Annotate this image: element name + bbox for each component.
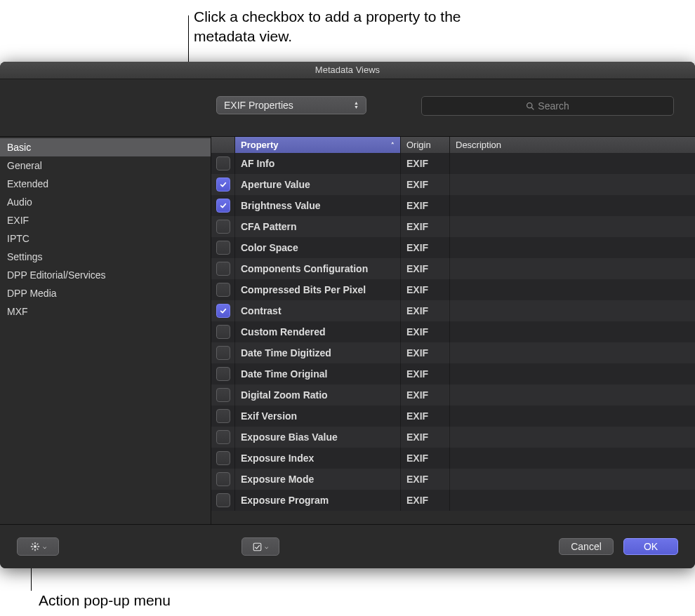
property-checkbox[interactable]: [216, 493, 230, 507]
property-origin: EXIF: [401, 237, 450, 258]
svg-line-8: [37, 549, 38, 550]
property-checkbox[interactable]: [216, 430, 230, 444]
property-name: Date Time Original: [235, 363, 401, 384]
property-origin: EXIF: [401, 174, 450, 195]
table-row[interactable]: ContrastEXIF: [211, 300, 695, 321]
table-row[interactable]: Custom RenderedEXIF: [211, 321, 695, 342]
sidebar-item[interactable]: Extended: [0, 175, 211, 193]
table-row[interactable]: Color SpaceEXIF: [211, 237, 695, 258]
table-row[interactable]: Exposure Bias ValueEXIF: [211, 427, 695, 448]
sidebar: BasicGeneralExtendedAudioEXIFIPTCSetting…: [0, 137, 211, 525]
property-name: Exposure Mode: [235, 469, 401, 490]
table-row[interactable]: Exposure IndexEXIF: [211, 448, 695, 469]
table-row[interactable]: AF InfoEXIF: [211, 153, 695, 174]
content-area: BasicGeneralExtendedAudioEXIFIPTCSetting…: [0, 136, 695, 525]
header-property[interactable]: Property ˄: [235, 137, 401, 153]
property-origin: EXIF: [401, 490, 450, 511]
property-checkbox[interactable]: [216, 283, 230, 297]
sidebar-item[interactable]: Basic: [0, 138, 211, 156]
property-checkbox[interactable]: [216, 304, 230, 318]
table-row[interactable]: Compressed Bits Per PixelEXIF: [211, 279, 695, 300]
table-row[interactable]: Exif VersionEXIF: [211, 406, 695, 427]
property-checkbox[interactable]: [216, 388, 230, 402]
property-checkbox[interactable]: [216, 262, 230, 276]
checkbox-cell: [211, 448, 235, 469]
table-row[interactable]: Digital Zoom RatioEXIF: [211, 384, 695, 406]
property-description: [450, 384, 695, 406]
property-description: [450, 406, 695, 427]
property-checkbox[interactable]: [216, 472, 230, 486]
sidebar-item[interactable]: MXF: [0, 302, 211, 321]
header-description[interactable]: Description: [450, 137, 695, 153]
checkbox-cell: [211, 342, 235, 363]
category-popup[interactable]: EXIF Properties ▲▼: [216, 96, 366, 114]
search-input[interactable]: Search: [421, 96, 674, 116]
table-row[interactable]: Date Time OriginalEXIF: [211, 363, 695, 384]
property-checkbox[interactable]: [216, 346, 230, 360]
table-row[interactable]: Exposure ModeEXIF: [211, 469, 695, 490]
svg-rect-11: [253, 543, 261, 551]
search-icon: [526, 102, 535, 111]
callout-text: Action pop-up menu: [39, 592, 171, 608]
sidebar-item[interactable]: DPP Editorial/Services: [0, 266, 211, 284]
property-description: [450, 321, 695, 342]
sidebar-item[interactable]: IPTC: [0, 229, 211, 248]
property-description: [450, 153, 695, 174]
property-checkbox[interactable]: [216, 220, 230, 234]
property-name: Exif Version: [235, 406, 401, 427]
header-origin[interactable]: Origin: [401, 137, 450, 153]
ok-button[interactable]: OK: [623, 538, 678, 555]
property-description: [450, 258, 695, 279]
property-description: [450, 469, 695, 490]
property-description: [450, 363, 695, 384]
callout-action-menu: Action pop-up menu: [39, 591, 171, 610]
property-name: AF Info: [235, 153, 401, 174]
property-description: [450, 427, 695, 448]
property-checkbox[interactable]: [216, 178, 230, 192]
property-name: Color Space: [235, 237, 401, 258]
property-origin: EXIF: [401, 427, 450, 448]
window-title: Metadata Views: [315, 65, 380, 75]
property-name: Exposure Program: [235, 490, 401, 511]
sidebar-item[interactable]: Settings: [0, 248, 211, 266]
property-checkbox[interactable]: [216, 367, 230, 381]
checkbox-cell: [211, 406, 235, 427]
property-origin: EXIF: [401, 406, 450, 427]
property-checkbox[interactable]: [216, 325, 230, 339]
table-row[interactable]: Aperture ValueEXIF: [211, 174, 695, 195]
metadata-views-window: Metadata Views EXIF Properties ▲▼ Search…: [0, 62, 695, 568]
table-row[interactable]: Brightness ValueEXIF: [211, 195, 695, 216]
sidebar-item[interactable]: General: [0, 156, 211, 175]
property-origin: EXIF: [401, 216, 450, 237]
search-placeholder: Search: [538, 100, 569, 112]
selection-popup-menu[interactable]: ⌵: [241, 537, 279, 556]
cancel-button[interactable]: Cancel: [559, 538, 614, 555]
property-name: Digital Zoom Ratio: [235, 384, 401, 406]
property-checkbox[interactable]: [216, 451, 230, 465]
property-description: [450, 174, 695, 195]
property-name: Aperture Value: [235, 174, 401, 195]
property-origin: EXIF: [401, 469, 450, 490]
sidebar-item[interactable]: EXIF: [0, 211, 211, 229]
header-description-label: Description: [456, 140, 501, 150]
property-checkbox[interactable]: [216, 156, 230, 170]
checkbox-cell: [211, 469, 235, 490]
category-popup-label: EXIF Properties: [224, 100, 293, 111]
sidebar-item[interactable]: DPP Media: [0, 284, 211, 302]
property-checkbox[interactable]: [216, 241, 230, 255]
property-origin: EXIF: [401, 258, 450, 279]
header-property-label: Property: [241, 140, 278, 150]
table-row[interactable]: Date Time DigitizedEXIF: [211, 342, 695, 363]
property-checkbox[interactable]: [216, 409, 230, 423]
chevron-down-icon: ⌵: [43, 543, 46, 550]
action-popup-menu[interactable]: ⌵: [17, 537, 59, 556]
property-origin: EXIF: [401, 384, 450, 406]
table-row[interactable]: Exposure ProgramEXIF: [211, 490, 695, 511]
table-row[interactable]: CFA PatternEXIF: [211, 216, 695, 237]
header-checkbox-col: [211, 137, 235, 153]
svg-line-7: [32, 544, 33, 545]
sidebar-item[interactable]: Audio: [0, 193, 211, 211]
checkbox-cell: [211, 216, 235, 237]
property-checkbox[interactable]: [216, 199, 230, 213]
table-row[interactable]: Components ConfigurationEXIF: [211, 258, 695, 279]
